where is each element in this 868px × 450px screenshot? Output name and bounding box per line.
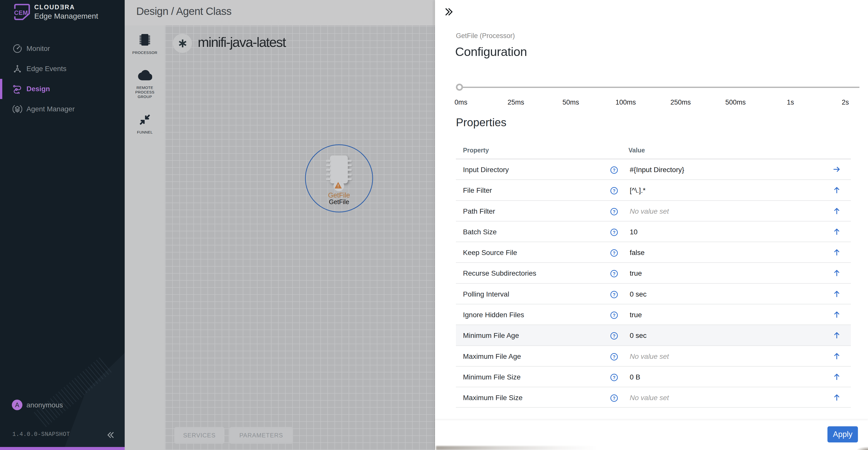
svg-text:?: ? bbox=[613, 251, 616, 256]
svg-text:?: ? bbox=[613, 396, 616, 401]
svg-text:CEM: CEM bbox=[14, 9, 28, 16]
svg-text:?: ? bbox=[613, 313, 616, 318]
svg-text:?: ? bbox=[613, 230, 616, 235]
svg-text:?: ? bbox=[613, 271, 616, 276]
svg-text:?: ? bbox=[613, 188, 616, 193]
svg-text:?: ? bbox=[613, 292, 616, 297]
svg-text:?: ? bbox=[613, 168, 616, 173]
svg-text:?: ? bbox=[613, 375, 616, 380]
svg-text:?: ? bbox=[613, 354, 616, 359]
svg-text:?: ? bbox=[613, 334, 616, 339]
svg-text:?: ? bbox=[613, 209, 616, 214]
